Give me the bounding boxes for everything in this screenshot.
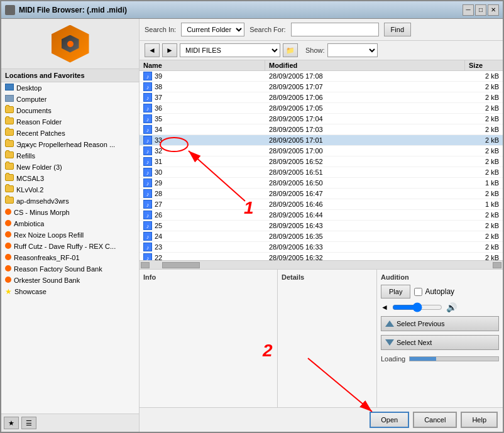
sidebar-item-computer[interactable]: Computer	[1, 94, 139, 105]
table-row[interactable]: ♪2628/09/2005 16:442 kB	[140, 210, 503, 221]
sidebar-item-mcsal3[interactable]: MCSAL3	[1, 173, 139, 184]
sidebar-item-ap-dmse[interactable]: ap-dmsehdv3wrs	[1, 195, 139, 207]
table-row[interactable]: ♪3228/09/2005 17:002 kB	[140, 146, 503, 156]
file-name-cell: ♪29	[140, 178, 265, 188]
select-previous-button[interactable]: Select Previous	[381, 316, 499, 331]
folder-browse-button[interactable]: 📁	[283, 43, 298, 57]
folder-icon	[5, 163, 14, 172]
sidebar-item-label: Reason Factory Sound Bank	[14, 265, 102, 273]
folder-select[interactable]: MIDI FILES	[180, 43, 280, 57]
desktop-icon	[5, 84, 14, 92]
find-button[interactable]: Find	[384, 23, 411, 36]
window-icon	[5, 5, 15, 15]
horizontal-scrollbar[interactable]	[140, 260, 503, 269]
restore-button[interactable]: □	[475, 4, 486, 16]
computer-icon	[5, 95, 14, 104]
file-modified-cell: 28/09/2005 16:44	[265, 211, 465, 219]
table-row[interactable]: ♪3628/09/2005 17:052 kB	[140, 103, 503, 114]
file-name-cell: ♪30	[140, 167, 265, 177]
sidebar-item-reason-folder[interactable]: Reason Folder	[1, 116, 139, 128]
add-favorite-button[interactable]: ★	[4, 417, 19, 429]
col-size-header: Size	[465, 60, 503, 70]
file-modified-cell: 28/09/2005 16:32	[265, 253, 465, 260]
table-row[interactable]: ♪3328/09/2005 17:012 kB	[140, 135, 503, 146]
sidebar-item-klvvol2[interactable]: KLvVol.2	[1, 184, 139, 195]
table-row[interactable]: ♪3128/09/2005 16:522 kB	[140, 156, 503, 167]
sidebar-item-label: Showcase	[14, 288, 47, 295]
table-row[interactable]: ♪2728/09/2005 16:461 kB	[140, 199, 503, 210]
info-panel: Info	[140, 270, 278, 407]
table-row[interactable]: ♪3428/09/2005 17:032 kB	[140, 124, 503, 135]
loading-row: Loading	[381, 354, 499, 364]
table-row[interactable]: ♪2228/09/2005 16:322 kB	[140, 253, 503, 260]
sidebar-bottom: ★ ☰	[1, 414, 139, 432]
loading-label: Loading	[381, 355, 405, 363]
sidebar-item-cs-minus-morph[interactable]: CS - Minus Morph	[1, 207, 139, 218]
sidebar-item-label: Orkester Sound Bank	[14, 277, 80, 284]
volume-slider[interactable]	[392, 302, 442, 312]
close-button[interactable]: ✕	[488, 4, 499, 16]
hscroll-thumb[interactable]	[162, 262, 200, 268]
star-icon: ★	[5, 287, 12, 296]
sidebar-item-new-folder[interactable]: New Folder (3)	[1, 162, 139, 173]
minimize-button[interactable]: ─	[463, 4, 474, 16]
sidebar-item-reasonfreaks[interactable]: Reasonfreaks_RF-01	[1, 252, 139, 263]
autoplay-checkbox[interactable]	[414, 288, 422, 296]
orange-icon	[5, 208, 11, 217]
sidebar-item-documents[interactable]: Documents	[1, 105, 139, 116]
file-size-cell: 2 kB	[465, 211, 503, 219]
file-name-cell: ♪33	[140, 135, 265, 145]
file-modified-cell: 28/09/2005 17:08	[265, 72, 465, 80]
table-row[interactable]: ♪3728/09/2005 17:062 kB	[140, 92, 503, 103]
table-row[interactable]: ♪2828/09/2005 16:472 kB	[140, 189, 503, 199]
select-next-button[interactable]: Select Next	[381, 335, 499, 350]
file-size-cell: 2 kB	[465, 72, 503, 80]
table-row[interactable]: ♪2428/09/2005 16:352 kB	[140, 231, 503, 242]
table-row[interactable]: ♪3928/09/2005 17:082 kB	[140, 71, 503, 82]
col-name-header: Name	[140, 60, 265, 70]
sidebar-item-propellerhead[interactable]: Эджус Propellerhead Reason ...	[1, 139, 139, 150]
file-name-cell: ♪25	[140, 221, 265, 231]
table-row[interactable]: ♪3528/09/2005 17:042 kB	[140, 114, 503, 124]
table-row[interactable]: ♪2928/09/2005 16:501 kB	[140, 178, 503, 189]
logo	[52, 25, 89, 63]
right-panel: Search In: Current Folder Search For: Fi…	[140, 19, 503, 432]
file-modified-cell: 28/09/2005 16:50	[265, 178, 465, 187]
sidebar-item-desktop[interactable]: Desktop	[1, 82, 139, 94]
sidebar-item-rex-noize[interactable]: Rex Noize Loops Refill	[1, 229, 139, 241]
orange-icon	[5, 253, 11, 262]
search-in-select[interactable]: Current Folder	[181, 23, 244, 36]
sidebar-item-reason-factory[interactable]: Reason Factory Sound Bank	[1, 263, 139, 275]
help-button[interactable]: Help	[461, 412, 498, 428]
file-modified-cell: 28/09/2005 16:43	[265, 221, 465, 230]
sidebar-item-label: Rex Noize Loops Refill	[14, 231, 84, 239]
manage-favorites-button[interactable]: ☰	[21, 417, 36, 429]
sidebar-item-ambiotica[interactable]: Ambiotica	[1, 218, 139, 229]
file-size-cell: 2 kB	[465, 82, 503, 91]
open-button[interactable]: Open	[370, 412, 409, 428]
logo-inner	[62, 35, 79, 53]
sidebar-item-orkester[interactable]: Orkester Sound Bank	[1, 275, 139, 286]
file-size-cell: 2 kB	[465, 125, 503, 134]
forward-button[interactable]: ►	[162, 43, 177, 57]
sidebar-item-showcase[interactable]: ★Showcase	[1, 286, 139, 297]
sidebar-item-label: Desktop	[16, 84, 41, 92]
sidebar-item-ruff-cutz[interactable]: Ruff Cutz - Dave Ruffy - REX C...	[1, 241, 139, 252]
back-button[interactable]: ◄	[145, 43, 160, 57]
orange-icon	[5, 276, 11, 285]
file-name-cell: ♪36	[140, 103, 265, 113]
sidebar-item-label: MCSAL3	[16, 175, 44, 182]
sidebar-item-recent-patches[interactable]: Recent Patches	[1, 128, 139, 139]
table-row[interactable]: ♪2328/09/2005 16:332 kB	[140, 242, 503, 253]
info-label: Info	[143, 273, 273, 281]
play-button[interactable]: Play	[381, 285, 410, 299]
show-select[interactable]	[327, 43, 378, 57]
table-row[interactable]: ♪2528/09/2005 16:432 kB	[140, 221, 503, 231]
search-for-input[interactable]	[291, 23, 379, 36]
table-row[interactable]: ♪3028/09/2005 16:512 kB	[140, 167, 503, 178]
sidebar-item-refills[interactable]: Refills	[1, 150, 139, 162]
cancel-button[interactable]: Cancel	[413, 412, 457, 428]
file-modified-cell: 28/09/2005 17:07	[265, 82, 465, 91]
sidebar: Locations and Favorites DesktopComputerD…	[1, 19, 140, 432]
table-row[interactable]: ♪3828/09/2005 17:072 kB	[140, 82, 503, 92]
